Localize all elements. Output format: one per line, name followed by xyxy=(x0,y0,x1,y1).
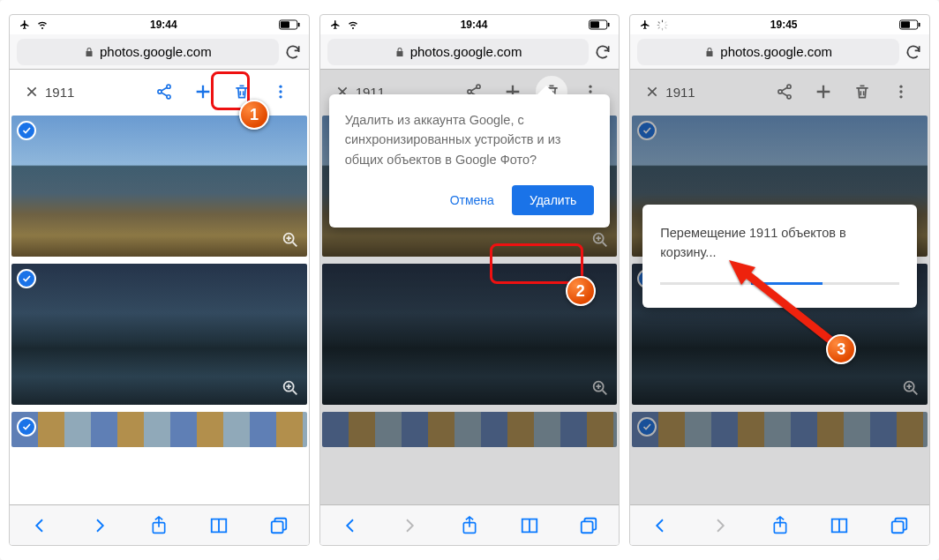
bookmarks-icon[interactable] xyxy=(207,514,230,537)
photo-item xyxy=(632,412,928,447)
svg-rect-26 xyxy=(662,19,663,22)
svg-point-16 xyxy=(477,85,480,88)
svg-point-41 xyxy=(899,90,902,93)
url-field[interactable]: photos.google.com xyxy=(17,39,279,65)
selection-count: 1911 xyxy=(665,85,711,100)
battery-icon xyxy=(899,19,920,30)
zoom-icon xyxy=(590,378,610,398)
browser-url-bar: photos.google.com xyxy=(630,34,929,70)
forward-icon xyxy=(398,514,421,537)
svg-point-5 xyxy=(167,95,170,99)
browser-url-bar: photos.google.com xyxy=(10,34,309,70)
zoom-icon[interactable] xyxy=(281,230,300,250)
svg-rect-14 xyxy=(608,23,610,27)
trash-icon[interactable] xyxy=(222,72,261,111)
photo-item[interactable] xyxy=(11,116,307,257)
more-icon[interactable] xyxy=(261,72,300,111)
progress-bar xyxy=(660,282,899,285)
svg-rect-45 xyxy=(892,521,904,533)
zoom-icon xyxy=(590,230,610,250)
bookmarks-icon[interactable] xyxy=(518,514,541,537)
forward-icon xyxy=(709,514,732,537)
close-selection-button xyxy=(639,85,665,99)
share-icon[interactable] xyxy=(458,514,481,537)
svg-point-6 xyxy=(279,86,282,88)
svg-point-17 xyxy=(468,90,471,93)
back-icon[interactable] xyxy=(28,514,51,537)
delete-button[interactable]: Удалить xyxy=(512,185,594,215)
phone-3: 19:45 photos.google.com 1911 xyxy=(629,14,930,546)
lock-icon xyxy=(704,47,715,57)
svg-rect-33 xyxy=(658,26,661,29)
share-icon[interactable] xyxy=(145,72,184,111)
more-icon xyxy=(882,72,920,111)
status-bar: 19:44 xyxy=(10,15,309,34)
safari-toolbar xyxy=(630,504,929,545)
url-field[interactable]: photos.google.com xyxy=(327,39,590,65)
zoom-icon xyxy=(901,378,920,398)
svg-point-40 xyxy=(899,86,902,88)
airplane-icon xyxy=(19,19,31,30)
lock-icon xyxy=(84,47,94,57)
close-selection-button[interactable] xyxy=(19,85,45,99)
share-icon[interactable] xyxy=(769,514,792,537)
tabs-icon[interactable] xyxy=(577,514,600,537)
reload-icon[interactable] xyxy=(284,43,302,61)
url-text: photos.google.com xyxy=(410,44,522,59)
svg-point-20 xyxy=(590,90,592,93)
tabs-icon[interactable] xyxy=(267,514,290,537)
reload-icon[interactable] xyxy=(905,43,922,61)
status-bar: 19:45 xyxy=(630,15,929,34)
safari-toolbar xyxy=(320,504,620,545)
svg-rect-30 xyxy=(658,21,661,24)
svg-rect-2 xyxy=(281,21,289,27)
bookmarks-icon[interactable] xyxy=(828,514,851,537)
back-icon[interactable] xyxy=(649,514,672,537)
tabs-icon[interactable] xyxy=(888,514,911,537)
status-time: 19:45 xyxy=(668,19,899,31)
svg-rect-28 xyxy=(657,24,660,25)
share-icon xyxy=(765,72,804,111)
delete-dialog: Удалить из аккаунта Google, с синхронизи… xyxy=(329,94,611,228)
url-text: photos.google.com xyxy=(100,44,212,59)
gallery xyxy=(630,114,929,504)
svg-rect-25 xyxy=(582,521,593,533)
back-icon[interactable] xyxy=(339,514,362,537)
progress-fill xyxy=(751,282,823,285)
phone-2: 19:44 photos.google.com 1911 xyxy=(319,14,620,546)
selected-check-icon xyxy=(17,121,36,140)
add-icon[interactable] xyxy=(184,72,222,111)
svg-rect-27 xyxy=(662,27,663,30)
share-icon[interactable] xyxy=(147,514,170,537)
reload-icon[interactable] xyxy=(594,43,612,61)
forward-icon[interactable] xyxy=(88,514,111,537)
svg-point-37 xyxy=(787,85,791,88)
svg-point-4 xyxy=(158,90,162,93)
svg-rect-31 xyxy=(665,26,667,29)
svg-point-3 xyxy=(167,85,170,88)
svg-rect-36 xyxy=(901,21,910,27)
photo-item[interactable] xyxy=(11,412,307,447)
url-field[interactable]: photos.google.com xyxy=(637,39,899,65)
phone-1: 19:44 photos.google.com 1911 xyxy=(9,14,310,546)
svg-point-7 xyxy=(279,90,282,93)
browser-url-bar: photos.google.com xyxy=(320,34,620,70)
dialog-message: Удалить из аккаунта Google, с синхронизи… xyxy=(345,110,595,169)
svg-point-42 xyxy=(899,95,902,98)
progress-dialog: Перемещение 1911 объектов в корзину... xyxy=(642,205,917,308)
svg-rect-15 xyxy=(590,21,599,27)
zoom-icon[interactable] xyxy=(281,378,300,398)
status-time: 19:44 xyxy=(49,19,279,31)
loading-spinner-icon xyxy=(657,19,668,31)
svg-rect-12 xyxy=(272,521,283,533)
photo-item[interactable] xyxy=(11,264,307,405)
gallery[interactable] xyxy=(10,114,309,504)
svg-point-38 xyxy=(778,90,782,93)
selection-count: 1911 xyxy=(45,85,91,100)
wifi-icon xyxy=(36,19,49,30)
battery-icon xyxy=(589,19,610,30)
cancel-button[interactable]: Отмена xyxy=(447,186,498,214)
svg-point-19 xyxy=(590,86,592,88)
svg-rect-1 xyxy=(297,23,299,27)
svg-point-39 xyxy=(787,95,791,99)
